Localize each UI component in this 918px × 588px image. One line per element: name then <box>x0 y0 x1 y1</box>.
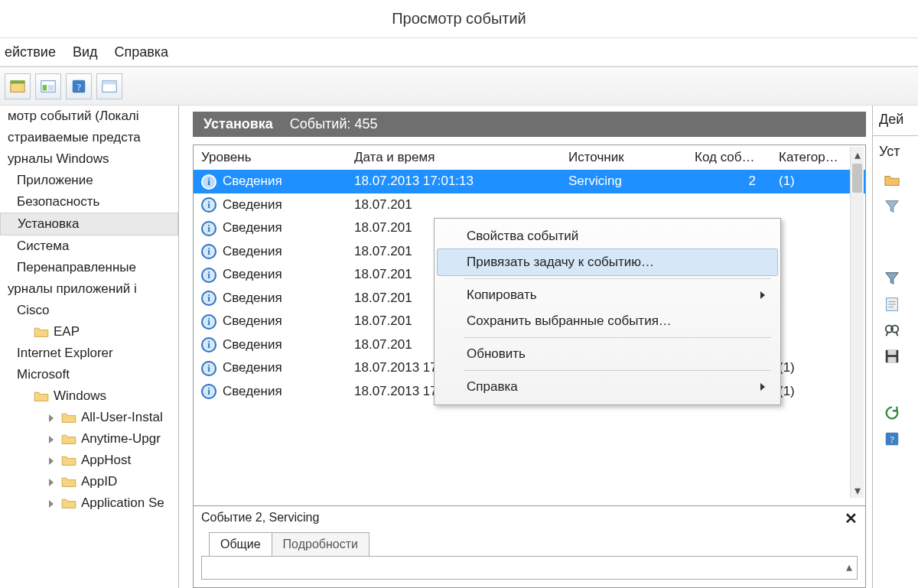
context-menu-item[interactable]: Копировать <box>438 282 777 308</box>
context-menu: Свойства событийПривязать задачу к событ… <box>434 218 781 405</box>
info-icon: i <box>201 361 216 376</box>
info-icon: i <box>201 384 216 399</box>
tree-winlog-item[interactable]: Приложение <box>0 170 178 191</box>
toolbar: ? <box>0 66 918 106</box>
tab-details[interactable]: Подробности <box>272 532 369 556</box>
context-menu-item[interactable]: Сохранить выбранные события… <box>438 308 777 334</box>
content-header: Установка Событий: 455 <box>193 112 866 137</box>
detail-body: ▴ <box>201 557 858 580</box>
window-title: Просмотр событий <box>392 10 526 28</box>
detail-pane: Событие 2, Servicing ✕ Общие Подробности… <box>194 505 865 587</box>
help-icon: ? <box>70 78 87 95</box>
context-menu-separator <box>464 337 771 338</box>
context-menu-separator <box>464 278 771 279</box>
info-icon: i <box>201 174 216 190</box>
scroll-down-icon[interactable]: ▾ <box>851 482 864 498</box>
action-open-icon[interactable] <box>873 167 918 193</box>
tree-windows-subitem[interactable]: AppHost <box>0 450 178 471</box>
tree-applog-item[interactable]: Microsoft <box>0 364 178 385</box>
action-refresh-icon[interactable] <box>873 400 918 426</box>
expand-icon[interactable] <box>49 414 57 422</box>
tree-applog-item[interactable]: Cisco <box>0 300 178 321</box>
tree-windows-logs[interactable]: урналы Windows <box>0 148 178 170</box>
svg-rect-8 <box>103 80 116 84</box>
pane2-icon <box>101 78 118 95</box>
toolbar-btn-1[interactable] <box>5 73 31 99</box>
tree-winlog-item[interactable]: Безопасность <box>0 191 178 213</box>
svg-text:?: ? <box>76 81 81 92</box>
menu-help[interactable]: Справка <box>115 44 169 60</box>
tree-windows-subitem[interactable]: Anytime-Upgr <box>0 428 178 450</box>
actions-panel: Дей Уст ? <box>872 106 918 588</box>
actions-title: Дей <box>873 112 918 132</box>
detail-tabs: Общие Подробности <box>201 532 858 557</box>
window-title-bar: Просмотр событий <box>0 0 918 38</box>
column-header[interactable]: Дата и время <box>347 145 561 170</box>
detail-scroll-up-icon[interactable]: ▴ <box>846 560 852 574</box>
info-icon: i <box>201 244 216 259</box>
toolbar-btn-4[interactable] <box>96 73 122 99</box>
tree-windows-subitem[interactable]: All-User-Instal <box>0 407 178 428</box>
info-icon: i <box>201 314 216 330</box>
context-menu-item[interactable]: Свойства событий <box>438 223 777 249</box>
svg-text:?: ? <box>890 434 894 445</box>
table-row[interactable]: iСведения18.07.201 <box>194 193 865 217</box>
context-menu-item[interactable]: Обновить <box>438 341 777 367</box>
svg-line-15 <box>887 332 888 336</box>
scroll-up-icon[interactable]: ▴ <box>851 147 864 162</box>
action-filter-icon[interactable] <box>873 193 918 219</box>
menu-view[interactable]: Вид <box>73 44 98 60</box>
menu-bar: ействие Вид Справка <box>0 38 918 66</box>
info-icon: i <box>201 197 216 213</box>
action-save-icon[interactable] <box>873 343 918 369</box>
toolbar-btn-help[interactable]: ? <box>66 73 92 99</box>
expand-icon[interactable] <box>49 500 57 508</box>
expand-icon[interactable] <box>49 457 57 465</box>
tree-applog-item[interactable]: Internet Explorer <box>0 343 178 364</box>
action-properties-icon[interactable] <box>873 291 918 317</box>
scroll-thumb[interactable] <box>852 164 862 193</box>
info-icon: i <box>201 268 216 283</box>
svg-rect-18 <box>888 350 897 355</box>
toolbar-btn-2[interactable] <box>35 73 61 99</box>
action-help2-icon[interactable]: ? <box>873 426 918 452</box>
svg-rect-4 <box>48 85 54 90</box>
context-menu-item[interactable]: Справка <box>438 374 777 400</box>
tree-panel: мотр событий (Локалі страиваемые предста… <box>0 106 179 588</box>
actions-subtitle: Уст <box>873 144 918 167</box>
svg-rect-19 <box>888 357 897 362</box>
context-menu-item[interactable]: Привязать задачу к событию… <box>437 249 778 276</box>
tree-winlog-item[interactable]: Система <box>0 236 178 257</box>
tree-custom-views[interactable]: страиваемые предста <box>0 127 178 148</box>
column-header[interactable]: Уровень <box>194 145 347 170</box>
tree-root[interactable]: мотр событий (Локалі <box>0 106 178 127</box>
content-header-count: Событий: 455 <box>290 116 378 132</box>
svg-rect-3 <box>43 85 47 90</box>
detail-title: Событие 2, Servicing <box>201 511 319 524</box>
action-funnel-icon[interactable] <box>873 265 918 291</box>
grid-scrollbar[interactable]: ▴ ▾ <box>850 147 864 498</box>
action-find-icon[interactable] <box>873 317 918 343</box>
tree-winlog-item[interactable]: Перенаправленные <box>0 257 178 278</box>
info-icon: i <box>201 221 216 236</box>
table-row[interactable]: iСведения18.07.2013 17:01:13Servicing2(1… <box>194 170 865 193</box>
tree-winlog-item[interactable]: Установка <box>0 213 178 236</box>
submenu-arrow-icon <box>760 383 765 391</box>
tree-windows-subitem[interactable]: Application Se <box>0 492 178 514</box>
tree-app-logs[interactable]: урналы приложений і <box>0 278 178 300</box>
tree-applog-item[interactable]: Windows <box>0 385 178 407</box>
tree-applog-item[interactable]: EAP <box>0 321 178 343</box>
expand-icon[interactable] <box>49 479 57 486</box>
context-menu-separator <box>464 370 771 371</box>
svg-line-16 <box>897 332 898 336</box>
detail-close-icon[interactable]: ✕ <box>845 509 858 528</box>
pane-icon <box>40 78 57 95</box>
menu-action[interactable]: ействие <box>5 44 56 60</box>
tab-general[interactable]: Общие <box>209 532 272 556</box>
tree-windows-subitem[interactable]: AppID <box>0 471 178 492</box>
submenu-arrow-icon <box>760 291 765 299</box>
column-header[interactable]: Источник <box>561 145 687 170</box>
column-header[interactable]: Код соб… <box>687 145 771 170</box>
info-icon: i <box>201 337 216 352</box>
expand-icon[interactable] <box>49 436 57 443</box>
